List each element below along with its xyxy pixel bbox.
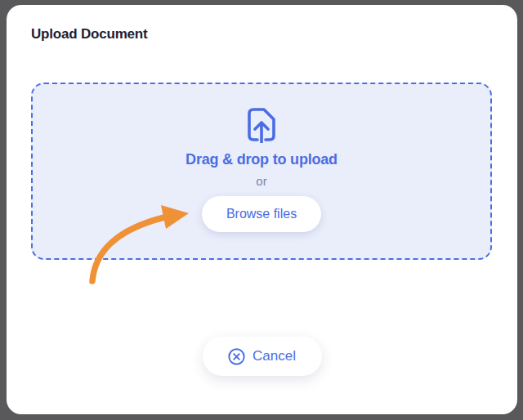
browse-files-label: Browse files	[226, 207, 297, 221]
dropzone-or-separator: or	[256, 174, 266, 188]
dropzone-heading: Drag & drop to upload	[186, 151, 337, 168]
x-circle-icon	[228, 348, 245, 365]
browse-files-button[interactable]: Browse files	[202, 196, 321, 232]
dimmed-backdrop: Upload Document Drag & drop to upload or…	[0, 0, 523, 420]
cancel-label: Cancel	[253, 348, 296, 364]
file-upload-icon	[245, 107, 278, 143]
drag-drop-zone[interactable]: Drag & drop to upload or Browse files	[31, 83, 492, 260]
upload-document-dialog: Upload Document Drag & drop to upload or…	[7, 5, 517, 414]
cancel-button[interactable]: Cancel	[203, 337, 322, 376]
dialog-title: Upload Document	[31, 26, 147, 42]
